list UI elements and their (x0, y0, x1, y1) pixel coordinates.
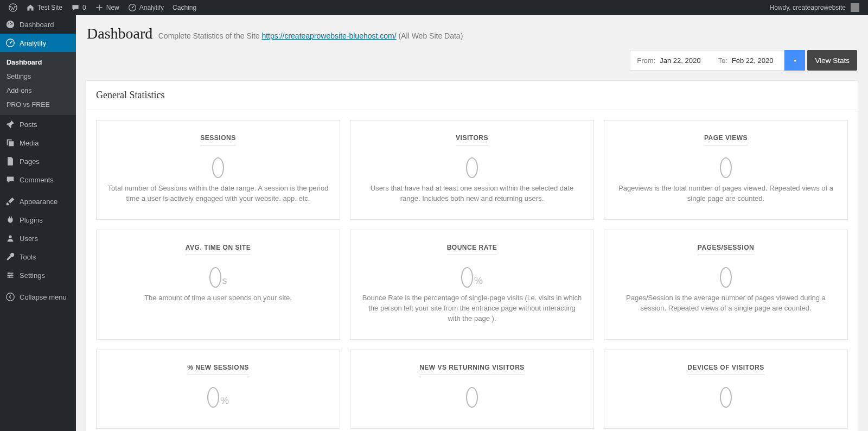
nav-label: Media (20, 139, 39, 147)
stat-unit: % (220, 395, 229, 406)
nav-comments[interactable]: Comments (0, 170, 76, 189)
stat-value-glyph (466, 387, 478, 408)
stat-value-glyph (466, 157, 478, 178)
pin-icon (5, 119, 15, 129)
stat-card-new-vs-returning-visitors: NEW VS RETURNING VISITORS (350, 350, 594, 429)
stat-title: PAGE VIEWS (704, 134, 748, 145)
settings-icon (5, 270, 15, 280)
nav-users[interactable]: Users (0, 229, 76, 248)
page-subtitle: Complete Statistics of the Site https://… (158, 31, 463, 40)
stat-description: Pageviews is the total number of pages v… (615, 183, 837, 204)
caching-menu[interactable]: Caching (168, 0, 201, 15)
stat-description: Pages/Session is the average number of p… (615, 293, 837, 314)
comments-menu[interactable]: 0 (67, 0, 91, 15)
stat-value: % (361, 264, 583, 288)
stat-description: Bounce Rate is the percentage of single-… (361, 293, 583, 324)
gauge-icon (5, 38, 15, 48)
nav-plugins[interactable]: Plugins (0, 211, 76, 229)
stat-value-glyph (461, 267, 473, 288)
nav-label: Analytify (20, 39, 46, 47)
nav-posts[interactable]: Posts (0, 115, 76, 134)
date-range-toolbar: From: Jan 22, 2020 To: Feb 22, 2020 ▾ Vi… (76, 50, 868, 80)
stat-value: % (107, 384, 329, 408)
stat-card-devices-of-visitors: DEVICES OF VISITORS (604, 350, 848, 429)
stat-card--new-sessions: % NEW SESSIONS% (96, 350, 340, 429)
chevron-down-icon: ▾ (794, 58, 796, 64)
site-menu[interactable]: Test Site (22, 0, 67, 15)
nav-settings[interactable]: Settings (0, 266, 76, 284)
sub-settings[interactable]: Settings (0, 69, 76, 84)
wrench-icon (5, 252, 15, 262)
nav-analytify[interactable]: Analytify (0, 34, 76, 52)
view-stats-button[interactable]: View Stats (807, 50, 857, 71)
nav-appearance[interactable]: Appearance (0, 192, 76, 211)
stat-card-bounce-rate: BOUNCE RATE%Bounce Rate is the percentag… (350, 230, 594, 340)
user-icon (5, 233, 15, 243)
stat-card-pages-session: PAGES/SESSIONPages/Session is the averag… (604, 230, 848, 340)
admin-bar: Test Site 0 New Analytify Caching Howdy,… (0, 0, 868, 15)
nav-collapse-menu[interactable]: Collapse menu (0, 288, 76, 306)
site-url-link[interactable]: https://createaprowebsite-bluehost.com/ (261, 31, 396, 40)
stat-description: Total number of Sessions within the date… (107, 183, 329, 204)
from-label: From: (630, 56, 660, 65)
stat-title: NEW VS RETURNING VISITORS (419, 364, 525, 375)
from-date: Jan 22, 2020 (660, 56, 711, 65)
general-statistics-panel: General Statistics SESSIONSTotal number … (86, 80, 858, 431)
nav-pages[interactable]: Pages (0, 152, 76, 170)
stats-grid: SESSIONSTotal number of Sessions within … (86, 110, 858, 431)
stat-value-glyph (209, 267, 221, 288)
stat-value (107, 154, 329, 178)
stat-card-sessions: SESSIONSTotal number of Sessions within … (96, 120, 340, 220)
analytify-label: Analytify (139, 4, 164, 11)
site-name: Test Site (37, 4, 62, 11)
nav-label: Comments (20, 176, 54, 184)
nav-dashboard[interactable]: Dashboard (0, 15, 76, 34)
stat-value (615, 264, 837, 288)
sub-dashboard[interactable]: Dashboard (0, 55, 76, 69)
stat-value (361, 384, 583, 408)
stat-value-glyph (720, 387, 732, 408)
nav-label: Dashboard (20, 21, 54, 29)
stat-value-glyph (720, 157, 732, 178)
main-content: Dashboard Complete Statistics of the Sit… (76, 15, 868, 431)
data-source-label: (All Web Site Data) (397, 31, 463, 40)
stat-title: % NEW SESSIONS (187, 364, 249, 375)
analytify-menu[interactable]: Analytify (124, 0, 168, 15)
stat-title: BOUNCE RATE (447, 244, 497, 255)
account-menu[interactable]: Howdy, createaprowebsite (765, 0, 864, 15)
comment-icon (71, 3, 80, 12)
nav-label: Collapse menu (20, 293, 67, 301)
dashboard-icon (5, 20, 15, 29)
stat-description: The amount of time a user spends on your… (107, 293, 329, 303)
stat-title: VISITORS (456, 134, 488, 145)
nav-tools[interactable]: Tools (0, 248, 76, 266)
nav-label: Tools (20, 253, 36, 261)
stat-card-avg-time-on-site: AVG. TIME ON SITEsThe amount of time a u… (96, 230, 340, 340)
stat-unit: s (222, 275, 227, 286)
wp-logo-menu[interactable] (4, 0, 22, 15)
nav-label: Appearance (20, 198, 58, 206)
plus-icon (95, 3, 104, 12)
stat-value-glyph (207, 387, 219, 408)
stat-title: SESSIONS (200, 134, 235, 145)
sub-pro-vs-free[interactable]: PRO vs FREE (0, 98, 76, 112)
nav-media[interactable]: Media (0, 134, 76, 152)
caching-label: Caching (173, 4, 196, 11)
wordpress-icon (9, 3, 17, 12)
stat-value (615, 384, 837, 408)
nav-label: Posts (20, 121, 37, 129)
date-range-picker[interactable]: From: Jan 22, 2020 To: Feb 22, 2020 (630, 50, 784, 71)
sub-addons[interactable]: Add-ons (0, 84, 76, 98)
new-menu[interactable]: New (91, 0, 124, 15)
panel-title: General Statistics (86, 81, 858, 110)
subtitle-prefix: Complete Statistics of the Site (158, 31, 262, 40)
to-date: Feb 22, 2020 (732, 56, 784, 65)
side-nav: Dashboard Analytify Dashboard Settings A… (0, 15, 76, 431)
collapse-icon (5, 292, 15, 302)
date-expand-button[interactable]: ▾ (784, 50, 805, 71)
nav-label: Plugins (20, 216, 43, 224)
stat-value (361, 154, 583, 178)
stat-card-visitors: VISITORSUsers that have had at least one… (350, 120, 594, 220)
greeting-text: Howdy, createaprowebsite (769, 4, 846, 11)
page-icon (5, 156, 15, 166)
